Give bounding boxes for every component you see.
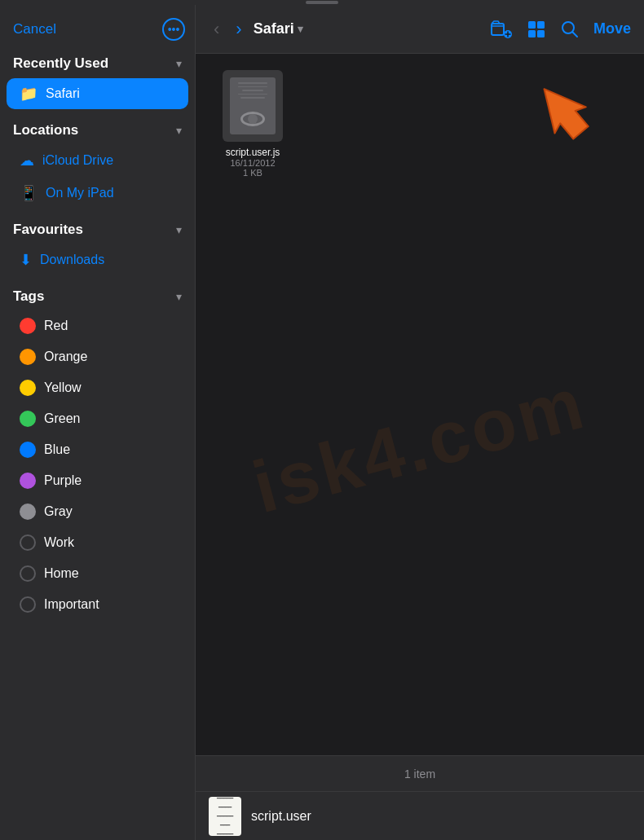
sidebar-item-green[interactable]: Green xyxy=(7,404,188,433)
breadcrumb: Safari ▾ xyxy=(254,20,303,37)
sidebar-item-orange[interactable]: Orange xyxy=(7,342,188,372)
favourites-header[interactable]: Favourites ▾ xyxy=(0,217,195,243)
sidebar-item-home[interactable]: Home xyxy=(7,559,188,588)
downloads-icon: ⬇ xyxy=(20,251,32,269)
sidebar: Cancel ••• Recently Used ▾ 📁 Safari Loca… xyxy=(0,5,196,840)
watermark: isk4.com xyxy=(196,217,644,674)
red-tag-label: Red xyxy=(44,319,68,333)
home-tag-dot xyxy=(20,565,36,582)
svg-rect-4 xyxy=(528,30,536,37)
content-header: ‹ › Safari ▾ xyxy=(196,5,644,54)
recently-used-chevron: ▾ xyxy=(176,57,182,70)
grid-icon xyxy=(527,20,546,39)
content-area: ‹ › Safari ▾ xyxy=(196,5,644,840)
selected-file-icon: ━━━━━━━━━━━━━━━━━━━━━━ xyxy=(209,797,241,836)
yellow-tag-label: Yellow xyxy=(44,380,82,395)
recently-used-title: Recently Used xyxy=(13,55,108,72)
favourites-chevron: ▾ xyxy=(176,223,182,236)
tags-header[interactable]: Tags ▾ xyxy=(0,284,195,310)
purple-tag-dot xyxy=(20,473,36,489)
sidebar-item-yellow[interactable]: Yellow xyxy=(7,373,188,402)
svg-rect-0 xyxy=(492,24,504,35)
new-folder-icon xyxy=(491,20,512,38)
gray-tag-dot xyxy=(20,504,36,520)
sidebar-item-important[interactable]: Important xyxy=(7,590,188,619)
work-tag-dot xyxy=(20,534,36,551)
svg-rect-3 xyxy=(537,21,545,29)
green-tag-dot xyxy=(20,411,36,427)
sidebar-item-ipad[interactable]: 📱 On My iPad xyxy=(7,178,188,209)
blue-tag-label: Blue xyxy=(44,442,70,457)
favourites-title: Favourites xyxy=(13,222,83,238)
file-item[interactable]: script.user.js 16/11/2012 1 KB xyxy=(212,70,293,178)
file-date: 16/11/2012 xyxy=(230,158,275,168)
sidebar-item-icloud[interactable]: ☁ iCloud Drive xyxy=(7,145,188,176)
header-actions: Move xyxy=(491,20,631,39)
folder-icon: 📁 xyxy=(20,85,37,103)
locations-section: Locations ▾ ☁ iCloud Drive 📱 On My iPad xyxy=(0,117,195,209)
more-options-button[interactable]: ••• xyxy=(162,18,185,41)
locations-header[interactable]: Locations ▾ xyxy=(0,117,195,143)
search-icon xyxy=(561,20,579,38)
cancel-button[interactable]: Cancel xyxy=(13,21,56,37)
blue-tag-dot xyxy=(20,442,36,458)
red-tag-dot xyxy=(20,318,36,334)
downloads-label: Downloads xyxy=(40,253,104,267)
move-button[interactable]: Move xyxy=(593,20,631,37)
current-folder-name: Safari xyxy=(254,20,294,37)
svg-marker-7 xyxy=(530,78,595,143)
safari-label: Safari xyxy=(46,86,80,101)
item-count: 1 item xyxy=(404,767,435,781)
sidebar-item-gray[interactable]: Gray xyxy=(7,497,188,526)
sidebar-item-safari[interactable]: 📁 Safari xyxy=(7,78,188,109)
locations-title: Locations xyxy=(13,122,78,139)
important-tag-label: Important xyxy=(44,597,99,612)
sidebar-item-red[interactable]: Red xyxy=(7,311,188,341)
orange-tag-label: Orange xyxy=(44,350,87,364)
work-tag-label: Work xyxy=(44,535,74,550)
selected-file-bar: ━━━━━━━━━━━━━━━━━━━━━━ script.user xyxy=(196,791,644,840)
item-count-bar: 1 item xyxy=(196,755,644,791)
breadcrumb-chevron-icon: ▾ xyxy=(298,23,303,35)
locations-chevron: ▾ xyxy=(176,124,182,137)
important-tag-dot xyxy=(20,596,36,613)
purple-tag-label: Purple xyxy=(44,473,82,488)
new-folder-button[interactable] xyxy=(491,20,512,38)
arrow-annotation xyxy=(530,78,595,143)
file-thumbnail xyxy=(223,70,283,142)
icloud-label: iCloud Drive xyxy=(42,153,113,168)
more-icon: ••• xyxy=(168,23,180,36)
search-button[interactable] xyxy=(561,20,579,38)
svg-rect-5 xyxy=(537,30,545,37)
file-size: 1 KB xyxy=(243,168,262,178)
grid-view-button[interactable] xyxy=(527,20,546,39)
ipad-label: On My iPad xyxy=(46,186,114,200)
forward-button[interactable]: › xyxy=(231,15,246,43)
sidebar-item-work[interactable]: Work xyxy=(7,528,188,557)
green-tag-label: Green xyxy=(44,411,80,426)
home-tag-label: Home xyxy=(44,566,79,581)
recently-used-section: Recently Used ▾ 📁 Safari xyxy=(0,51,195,109)
tags-title: Tags xyxy=(13,288,44,305)
yellow-tag-dot xyxy=(20,380,36,396)
gray-tag-label: Gray xyxy=(44,504,73,519)
file-grid: isk4.com xyxy=(196,54,644,755)
sidebar-item-blue[interactable]: Blue xyxy=(7,435,188,464)
svg-rect-2 xyxy=(528,21,536,29)
recently-used-header[interactable]: Recently Used ▾ xyxy=(0,51,195,77)
tags-section: Tags ▾ Red Orange Yellow Green xyxy=(0,284,195,619)
orange-tag-dot xyxy=(20,349,36,365)
selected-file-name: script.user xyxy=(251,809,311,824)
sidebar-item-purple[interactable]: Purple xyxy=(7,466,188,495)
icloud-icon: ☁ xyxy=(20,152,34,169)
ipad-icon: 📱 xyxy=(20,184,37,202)
sidebar-item-downloads[interactable]: ⬇ Downloads xyxy=(7,244,188,275)
file-name: script.user.js xyxy=(226,147,280,158)
back-button[interactable]: ‹ xyxy=(209,15,224,43)
favourites-section: Favourites ▾ ⬇ Downloads xyxy=(0,217,195,275)
tags-chevron: ▾ xyxy=(176,290,182,303)
